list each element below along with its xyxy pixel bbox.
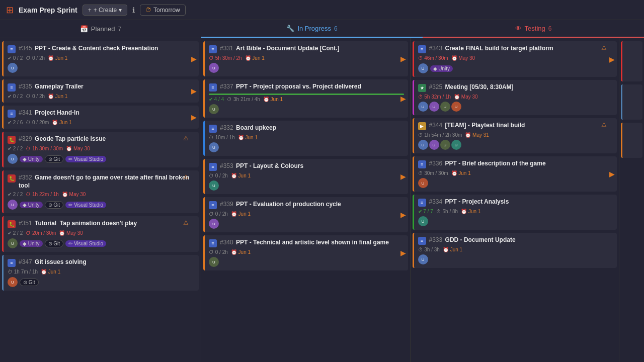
card-336[interactable]: ≡ #336 PPT - Brief description of the ga… — [413, 156, 617, 192]
task-icon: ≡ — [418, 45, 426, 53]
time-estimate: ⏱ 1h 7m / 1h — [8, 269, 38, 275]
task-icon: ≡ — [209, 83, 217, 92]
card-339[interactable]: ≡ #339 PPT - Evaluation of production cy… — [203, 197, 408, 232]
progress-bar — [209, 94, 404, 95]
card-title: #353 PPT - Layout & Colours — [220, 162, 404, 170]
task-icon: ≡ — [418, 237, 426, 245]
unity-tag[interactable]: ◆ Unity — [20, 156, 43, 162]
warning-icon: ⚠ — [183, 135, 189, 142]
git-tag[interactable]: ⊙ Git — [45, 201, 64, 209]
overflow-card-2 — [621, 84, 642, 120]
avatar: U — [429, 140, 439, 150]
card-332[interactable]: ≡ #332 Board upkeep ⏱ 10m / 1h ⏰ Jun 1 U — [203, 121, 408, 156]
card-meta: ✔ 2 / 6 ⏱ 0 / 20m ⏰ Jun 1 — [8, 120, 195, 125]
time-estimate: ⏱ 3h / 3h — [418, 247, 440, 252]
avatar: U — [8, 63, 18, 73]
due-date: ⏰ Jun 1 — [231, 173, 251, 178]
card-meta: ⏱ 0 / 2h ⏰ Jun 1 — [209, 211, 404, 217]
card-meta: ✔ 0 / 2 ⏱ 0 / 2h ⏰ Jun 1 — [8, 55, 195, 61]
app-logo: ⊞ — [6, 5, 14, 16]
card-345[interactable]: ≡ #345 PPT - Create & Content check Pres… — [2, 41, 199, 76]
task-icon: ≡ — [418, 199, 426, 207]
due-date: ⏰ Jun 1 — [451, 170, 471, 176]
due-date: ⏰ May 30 — [66, 146, 90, 151]
card-352[interactable]: ⚠ 🐛 #352 Game doesn't go to game over st… — [2, 170, 199, 213]
card-title: #332 Board upkeep — [220, 124, 404, 132]
card-335[interactable]: ≡ #335 Gameplay Trailer ▶ ✔ 0 / 2 ⏱ 0 / … — [2, 79, 199, 103]
task-icon: ▶ — [418, 122, 426, 130]
card-meta: ⏱ 5h 32m / 1h ⏰ May 30 — [418, 94, 613, 100]
avatar: U — [440, 140, 450, 150]
card-title: #341 Project Hand-In — [19, 109, 195, 117]
time-estimate: ⏱ 20m / 30m — [26, 230, 56, 236]
warning-icon: ⚠ — [601, 121, 607, 128]
card-344[interactable]: ⚠ ▶ #344 [TEAM] - Playtest final build ⏱… — [413, 118, 617, 153]
subtask-count: ✔ 2 / 2 — [8, 146, 23, 151]
card-334[interactable]: ≡ #334 PPT - Project Analysis ✔ 7 / 7 ⏱ … — [413, 195, 617, 230]
unity-tag[interactable]: ◆ Unity — [20, 240, 43, 247]
git-tag[interactable]: ⊙ Git — [45, 155, 64, 163]
time-estimate: ⏱ 5h 32m / 1h — [418, 94, 451, 100]
tomorrow-button[interactable]: ⏱ Tomorrow — [140, 5, 186, 16]
task-icon: ≡ — [8, 259, 16, 267]
avatar: U — [429, 102, 439, 112]
warning-icon: ⚠ — [183, 219, 189, 226]
topbar: ⊞ Exam Prep Sprint + + Create ▾ ℹ ⏱ Tomo… — [0, 0, 644, 20]
inprogress-column: ≡ #331 Art Bible - Document Update [Cont… — [201, 38, 411, 362]
right-overflow — [619, 38, 644, 362]
visual-studio-tag[interactable]: ✏ Visual Studio — [65, 202, 106, 208]
card-title: #329 Geode Tap particle issue — [19, 135, 195, 143]
git-tag[interactable]: ⊙ Git — [45, 240, 64, 247]
testing-count: 6 — [548, 25, 552, 32]
card-meta: ⏱ 30m / 30m ⏰ Jun 1 — [418, 170, 613, 176]
due-date: ⏰ May 30 — [59, 230, 83, 236]
bug-icon: 🐛 — [8, 174, 16, 183]
card-351[interactable]: ⚠ 🐛 #351 Tutorial_Tap animation doesn't … — [2, 216, 199, 252]
time-estimate: ⏱ 0 / 2h — [209, 249, 228, 255]
task-icon: ≡ — [209, 45, 217, 53]
task-icon: ≡ — [8, 110, 16, 118]
card-331[interactable]: ≡ #331 Art Bible - Document Update [Cont… — [203, 41, 408, 76]
card-341[interactable]: ≡ #341 Project Hand-In ▶ ✔ 2 / 6 ⏱ 0 / 2… — [2, 106, 199, 129]
avatar: U — [440, 102, 450, 112]
info-button[interactable]: ℹ — [132, 6, 135, 14]
avatar: U — [451, 102, 461, 112]
card-meta: ✔ 2 / 2 ⏱ 1h 30m / 30m ⏰ May 30 — [8, 146, 195, 151]
time-estimate: ⏱ 30m / 30m — [418, 170, 448, 176]
card-329[interactable]: ⚠ 🐛 #329 Geode Tap particle issue ✔ 2 / … — [2, 132, 199, 167]
card-333[interactable]: ≡ #333 GDD - Document Update ⏱ 3h / 3h ⏰… — [413, 233, 617, 268]
card-325[interactable]: ★ #325 Meeting [05/30, 8:30AM] ⏱ 5h 32m … — [413, 80, 617, 115]
testing-label: Testing — [525, 25, 545, 32]
avatar: U — [209, 104, 219, 114]
due-date: ⏰ Jun 1 — [231, 211, 251, 217]
create-button[interactable]: + + Create ▾ — [83, 5, 127, 16]
eye-icon: 👁 — [515, 25, 522, 32]
card-meta: ⏱ 0 / 2h ⏰ Jun 1 — [209, 173, 404, 178]
card-340[interactable]: ≡ #340 PPT - Technical and artistic leve… — [203, 235, 408, 270]
card-title: #347 Git issues solving — [19, 258, 195, 266]
due-date: ⏰ Jun 1 — [443, 247, 462, 252]
unity-tag[interactable]: ◆ Unity — [20, 202, 43, 208]
time-estimate: ⏱ 0 / 2h — [26, 94, 45, 99]
git-tag[interactable]: ⊙ Git — [20, 279, 39, 286]
unity-tag[interactable]: ◆ Unity — [430, 65, 453, 72]
card-343[interactable]: ⚠ ≡ #343 Create FINAL build for target p… — [413, 41, 617, 77]
arrow-icon: ▶ — [400, 211, 406, 219]
visual-studio-tag[interactable]: ✏ Visual Studio — [65, 240, 106, 247]
card-347[interactable]: ≡ #347 Git issues solving ⏱ 1h 7m / 1h ⏰… — [2, 255, 199, 291]
due-date: ⏰ Jun 1 — [48, 55, 67, 61]
card-meta: ⏱ 3h / 3h ⏰ Jun 1 — [418, 247, 613, 252]
card-353[interactable]: ≡ #353 PPT - Layout & Colours ▶ ⏱ 0 / 2h… — [203, 159, 408, 194]
card-meta: ⏱ 0 / 2h ⏰ Jun 1 — [209, 249, 404, 255]
card-meta: ✔ 2 / 2 ⏱ 20m / 30m ⏰ May 30 — [8, 230, 195, 236]
card-meta: ⏱ 10m / 1h ⏰ Jun 1 — [209, 135, 404, 140]
due-date: ⏰ May 31 — [465, 132, 489, 138]
card-title: #343 Create FINAL build for target platf… — [429, 45, 613, 53]
time-estimate: ⏱ 5h / 8h — [436, 209, 458, 214]
subtask-count: ✔ 2 / 2 — [8, 192, 23, 197]
card-337[interactable]: ≡ #337 PPT - Project proposal vs. Projec… — [203, 79, 408, 118]
card-title: #351 Tutorial_Tap animation doesn't play — [19, 220, 195, 228]
avatar: U — [8, 238, 18, 248]
visual-studio-tag[interactable]: ✏ Visual Studio — [65, 156, 106, 162]
wrench-icon: 🔧 — [286, 25, 294, 32]
